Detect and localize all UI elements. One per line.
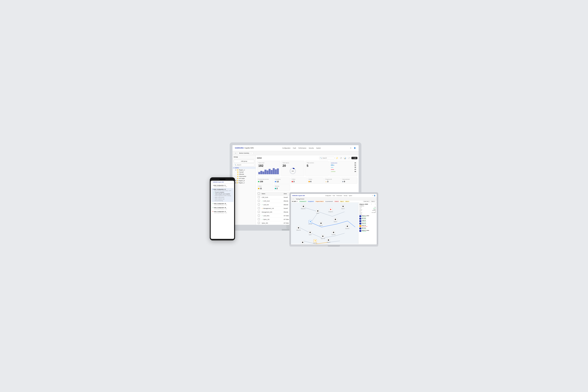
tree-mt-eden[interactable]: 📁 MT Eden bbox=[236, 178, 256, 180]
add-device-button[interactable]: + Add bbox=[352, 157, 358, 159]
tree-region-a[interactable]: ▼ 📁 Region_A bbox=[234, 169, 256, 171]
topo-node-7[interactable]: ⬛ Gear AP-02 bbox=[345, 225, 349, 229]
phone-item-08[interactable]: ✓ Initial_Configuration_08 InitialConfig… bbox=[211, 206, 234, 210]
filter-in-progress[interactable]: In progress 2 bbox=[308, 201, 314, 202]
topo-node-4[interactable]: 🔷 QFX 5110 bbox=[308, 220, 312, 224]
topo-node-2[interactable]: ⬛ Leaf-001 bbox=[316, 210, 319, 214]
sub-item-label: InitialConfigHead worklet creating... bbox=[215, 195, 232, 196]
phone-item-10[interactable]: ● Initial_Configuration_10 InitialConfig… bbox=[211, 188, 234, 202]
row-checkbox[interactable] bbox=[258, 196, 260, 198]
phone-item-11[interactable]: ○ Initial_Configuration_11 InitialConfig… bbox=[211, 184, 234, 188]
filter-provisioned[interactable]: Provisioned 37 bbox=[299, 201, 307, 202]
search-box[interactable]: 🔍 bbox=[319, 157, 334, 159]
topo-user-icon[interactable]: 👤 bbox=[374, 195, 376, 196]
topo-tab-close-icon[interactable]: ✕ bbox=[305, 198, 306, 200]
filter-critical[interactable]: Critical 2 bbox=[334, 201, 339, 202]
status-ok-icon: ✓ bbox=[262, 215, 263, 216]
folder-icon: 📁 bbox=[236, 180, 238, 182]
refresh-button[interactable]: ↺ bbox=[340, 156, 342, 160]
topology-browser-tab[interactable]: Topology Browser ✕ bbox=[295, 198, 307, 200]
path-item-4[interactable]: R Router 01 Provisioned bbox=[360, 222, 376, 225]
row-checkbox[interactable] bbox=[258, 218, 260, 220]
phone-sub-item-process: ✓ Process completed bbox=[214, 192, 232, 193]
menu-icon[interactable]: ≡ bbox=[350, 147, 352, 150]
node-box-icon: ⬛ bbox=[332, 231, 335, 234]
nav-fault[interactable]: Fault bbox=[293, 147, 296, 149]
export-button[interactable]: ↗ bbox=[348, 156, 350, 160]
search-input[interactable] bbox=[322, 157, 334, 159]
nav-configuration[interactable]: Configuration bbox=[282, 147, 290, 149]
col-name[interactable]: Name bbox=[261, 192, 283, 196]
path-item-7[interactable]: U Ubiquoss_E4020 Provisioned bbox=[360, 230, 376, 232]
row-checkbox[interactable] bbox=[258, 222, 260, 224]
topo-dropdown[interactable]: NY 10079 ▼ bbox=[292, 201, 298, 202]
home-tab[interactable]: ⌂ bbox=[234, 152, 237, 154]
topo-node-8[interactable]: 🔴 Management bbox=[328, 208, 333, 212]
select-all-checkbox[interactable] bbox=[258, 192, 260, 194]
topo-home-tab[interactable]: ⌂ bbox=[292, 198, 294, 200]
topo-node-11[interactable]: ⬛ Laptop-Total bbox=[321, 235, 325, 239]
topo-nav-security[interactable]: Security bbox=[344, 195, 347, 196]
topo-dropdown-label: NY 10079 bbox=[292, 201, 296, 202]
path-item-2[interactable]: Q QFX 5110 Provisioned bbox=[360, 218, 376, 220]
topo-node-1[interactable]: ⬛ Ubiquoss Ne... bbox=[301, 205, 306, 209]
filter-major[interactable]: Major 1 bbox=[340, 201, 344, 202]
device-inventory-tab[interactable]: Device Inventory ✕ bbox=[238, 152, 253, 154]
topo-node-12[interactable]: ⬛ Gear AP-01 bbox=[332, 231, 336, 235]
filter-button[interactable]: ⚡ bbox=[336, 156, 338, 160]
filter-un-provisioned[interactable]: Un-provisioned 8 bbox=[325, 201, 334, 202]
topo-map[interactable]: ⬛ Ubiquoss Ne... ⬛ Leaf-001 ⬛ Spine-01 bbox=[291, 202, 358, 244]
stat-label: Provisioning success bbox=[258, 178, 272, 180]
row-checkbox[interactable] bbox=[258, 214, 260, 216]
tree-region-b[interactable]: ▶ 📁 Region_B bbox=[234, 180, 256, 182]
tree-region-c[interactable]: ▶ 📁 Region_C bbox=[234, 182, 256, 184]
filter-minor[interactable]: Minor 4 bbox=[345, 201, 350, 202]
panel-close-icon[interactable]: ✕ bbox=[375, 204, 376, 205]
nav-system[interactable]: System bbox=[316, 147, 321, 149]
sidebar-search-input[interactable] bbox=[237, 164, 253, 166]
path-item-6[interactable]: Q QFX 5110 Provisioned bbox=[360, 227, 376, 230]
tree-newmarket[interactable]: 📁 Newmarket bbox=[236, 175, 256, 178]
chart-button[interactable]: 📊 bbox=[344, 156, 346, 160]
name-selector[interactable]: Name ▼ bbox=[371, 200, 376, 202]
topo-nav-fault[interactable]: Fault bbox=[333, 195, 335, 196]
phone-hamburger-icon[interactable]: ≡ bbox=[212, 181, 212, 183]
tree-parnell[interactable]: 📁 Parnell bbox=[236, 171, 256, 173]
phone-item-09[interactable]: ✓ Initial_Configuration_09 InitialConfig… bbox=[211, 202, 234, 206]
topo-nav-performance[interactable]: Performance bbox=[336, 195, 342, 196]
view-selector[interactable]: Linear view ▼ bbox=[363, 200, 370, 202]
filter-progress-failed[interactable]: Progress Failed 2 bbox=[315, 201, 324, 202]
path-item-1[interactable]: U Ubiquoss_E4020 Provisioned bbox=[360, 215, 376, 218]
topo-node-15[interactable]: ⬛ Router 01 bbox=[327, 238, 330, 243]
row-checkbox[interactable] bbox=[258, 211, 260, 213]
topo-node-10[interactable]: ⬛ Leaf-03 bbox=[308, 231, 312, 235]
panel-expand-icon[interactable]: ⤢ bbox=[371, 204, 372, 205]
tab-close-icon[interactable]: ✕ bbox=[250, 152, 252, 154]
topo-node-5[interactable]: ⬛ C7005-ST bbox=[319, 222, 323, 226]
row-checkbox[interactable] bbox=[258, 204, 260, 206]
add-group-button[interactable]: Add group bbox=[234, 160, 254, 163]
topo-nav-config[interactable]: Configuration bbox=[325, 195, 331, 196]
topo-node-13[interactable]: ⬛ QFX 5110 bbox=[301, 241, 304, 244]
tree-ellerslie[interactable]: 📁 Ellerslie bbox=[236, 173, 256, 175]
path-item-3[interactable]: C C7005-ST Provisioned bbox=[360, 220, 376, 222]
folder-icon: 📁 bbox=[237, 171, 239, 173]
row-checkbox[interactable] bbox=[258, 207, 260, 209]
topo-node-14[interactable]: 🟡 Gear AP-03 bbox=[313, 239, 317, 244]
topo-node-6[interactable]: ⬛ Router 01 bbox=[334, 218, 337, 222]
topo-node-9[interactable]: ⬛ Ubiquoss Ne bbox=[296, 226, 301, 230]
topo-nav-system[interactable]: System bbox=[349, 195, 352, 196]
nav-performance[interactable]: Performance bbox=[298, 147, 306, 149]
phone-item-07[interactable]: ✕ Initial_Configuration_07 InitialConfig… bbox=[211, 210, 234, 214]
nav-security[interactable]: Security bbox=[309, 147, 314, 149]
path-item-5[interactable]: R Router 01 Provision failed bbox=[360, 225, 376, 227]
tree-sdno[interactable]: ▼ SDNO bbox=[232, 167, 256, 169]
user-icon[interactable]: 👤 bbox=[354, 147, 356, 150]
sidebar-search[interactable]: 🔍 bbox=[234, 164, 254, 166]
power-value: On bbox=[374, 207, 376, 208]
topo-menu-icon[interactable]: ≡ bbox=[372, 195, 373, 196]
laptop-screen-wrapper: SAMSUNG Cognitiv SDN Configuration Fault… bbox=[290, 192, 378, 244]
topo-node-3[interactable]: ⬛ Spine-01 bbox=[342, 205, 344, 209]
chevron-down-icon: ▼ bbox=[297, 201, 298, 202]
row-checkbox[interactable] bbox=[258, 200, 260, 202]
